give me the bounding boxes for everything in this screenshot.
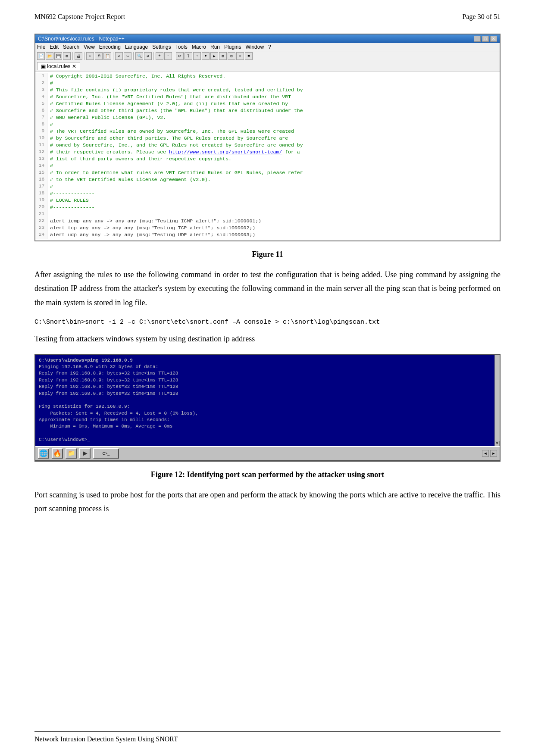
line-content-20: #-------------- [47,204,95,211]
line-content-17: # [47,184,53,191]
line-num-16: 16 [35,177,47,184]
menu-encoding[interactable]: Encoding [99,44,121,50]
line-content-7: # GNU General Public License (GPL), v2. [47,115,166,122]
command-line-1: C:\Snort\bin>snort -i 2 –c C:\snort\etc\… [34,317,501,328]
cmd-scroll-down-btn[interactable]: ▼ [494,441,500,446]
menu-settings[interactable]: Settings [152,44,171,50]
line-content-5: # Certified Rules License Agreement (v 2… [47,101,288,108]
toolbar-save[interactable]: 💾 [54,52,62,60]
menu-help[interactable]: ? [268,44,271,50]
line-content-4: # Sourcefire, Inc. (the "VRT Certified R… [47,94,291,101]
line-num-4: 4 [35,94,47,101]
line-content-2: # [47,80,53,87]
toolbar-sync[interactable]: ⟳ [176,52,184,60]
menu-file[interactable]: File [37,44,45,50]
code-line-10: 10 # by Sourcefire and other third parti… [35,135,500,142]
cmd-output-line-1: Pinging 192.168.0.9 with 32 bytes of dat… [39,364,496,370]
line-content-11: # owned by Sourcefire, Inc., and the GPL… [47,142,303,149]
toolbar-extra1[interactable]: ⊞ [219,52,227,60]
taskbar-cmd-btn[interactable]: C>_ [93,448,119,459]
toolbar-extra2[interactable]: ⊟ [228,52,235,60]
line-num-6: 6 [35,108,47,115]
menu-view[interactable]: View [84,44,95,50]
taskbar-arrow-left[interactable]: ◄ [482,450,489,457]
menu-plugins[interactable]: Plugins [224,44,241,50]
cmd-taskbar: 🌐 🔥 📁 ▶ C>_ ◄ ► [35,446,500,461]
code-line-16: 16 # to the VRT Certified Rules License … [35,177,500,184]
menu-tools[interactable]: Tools [175,44,188,50]
line-num-15: 15 [35,170,47,177]
toolbar-print[interactable]: 🖨 [75,52,82,60]
taskbar-ie-icon[interactable]: 🌐 [38,448,49,459]
cmd-output-stats-rtt-label: Approximate round trip times in milli-se… [39,417,496,423]
minimize-button[interactable]: ─ [474,36,481,42]
taskbar-arrow-right[interactable]: ► [490,450,497,457]
toolbar-saveall[interactable]: ⊞ [63,52,71,60]
toolbar-extra3[interactable]: ≡ [236,52,244,60]
menu-language[interactable]: Language [125,44,148,50]
toolbar-copy[interactable]: ⎘ [95,52,103,60]
cmd-window: C:\Users\windows>ping 192.168.0.9 Pingin… [34,354,501,462]
toolbar-sep2 [84,52,84,60]
toolbar-indent[interactable]: → [193,52,201,60]
code-line-12: 12 # their respective creators. Please s… [35,149,500,156]
page-footer: Network Intrusion Detection System Using… [34,731,501,743]
cmd-cursor-line: C:\Users\windows>_ [39,437,496,443]
line-num-12: 12 [35,149,47,156]
line-num-1: 1 [35,73,47,80]
toolbar-zoom-out[interactable]: - [164,52,172,60]
toolbar-replace[interactable]: ⇄ [144,52,152,60]
close-button[interactable]: ✕ [490,36,497,42]
code-line-7: 7 # GNU General Public License (GPL), v2… [35,115,500,122]
line-num-17: 17 [35,184,47,191]
code-line-5: 5 # Certified Rules License Agreement (v… [35,101,500,108]
tab-close-icon[interactable]: ✕ [72,63,76,69]
taskbar-media-icon[interactable]: ▶ [79,448,91,459]
tab-local-rules[interactable]: ▣ local.rules ✕ [37,62,80,70]
code-line-15: 15 # In order to determine what rules ar… [35,170,500,177]
command-line-2: Testing from attackers windows system by… [34,332,501,346]
line-content-13: # list of third party owners and their r… [47,156,232,163]
line-num-19: 19 [35,197,47,204]
line-num-2: 2 [35,80,47,87]
taskbar-cmd-label: C>_ [103,451,110,456]
toolbar-undo[interactable]: ↩ [115,52,123,60]
line-num-21: 21 [35,211,47,218]
code-line-18: 18 #-------------- [35,191,500,197]
body-paragraph-2: Port scanning is used to probe host for … [34,488,501,516]
toolbar-wrap[interactable]: ⤵ [185,52,192,60]
code-line-6: 6 # Sourcefire and other third parties (… [35,108,500,115]
code-line-13: 13 # list of third party owners and thei… [35,156,500,163]
toolbar-cut[interactable]: ✂ [86,52,94,60]
toolbar-paste[interactable]: 📋 [103,52,111,60]
notepad-window: C:\Snort\rules\local.rules - Notepad++ ─… [34,34,501,241]
cmd-output-stats-packets: Packets: Sent = 4, Received = 4, Lost = … [39,410,496,417]
figure12-caption: Figure 12: Identifying port scan perform… [34,470,501,479]
toolbar-new[interactable]: 📄 [37,52,45,60]
toolbar-sep4 [133,52,134,60]
line-content-9: # The VRT Certified Rules are owned by S… [47,128,294,135]
toolbar-find[interactable]: 🔍 [135,52,143,60]
toolbar-extra4[interactable]: ■ [245,52,253,60]
page-number: Page 30 of 51 [463,13,501,21]
toolbar-redo[interactable]: ↪ [124,52,131,60]
toolbar-macro[interactable]: ● [202,52,210,60]
toolbar-run[interactable]: ▶ [210,52,218,60]
menu-search[interactable]: Search [63,44,79,50]
menu-window[interactable]: Window [245,44,264,50]
code-line-19: 19 # LOCAL RULES [35,197,500,204]
cmd-scrollbar[interactable] [494,355,500,446]
toolbar-open[interactable]: 📂 [46,52,53,60]
cmd-content: C:\Users\windows>ping 192.168.0.9 Pingin… [35,355,500,446]
menu-edit[interactable]: Edit [50,44,59,50]
notepad-content[interactable]: 1 # Copyright 2001-2018 Sourcefire, Inc.… [35,72,500,241]
cmd-output-stats-header: Ping statistics for 192.168.0.9: [39,403,496,410]
menu-run[interactable]: Run [210,44,220,50]
line-num-14: 14 [35,163,47,170]
notepad-titlebar: C:\Snort\rules\local.rules - Notepad++ ─… [35,34,500,43]
taskbar-ie2-icon[interactable]: 🔥 [52,448,63,459]
taskbar-explorer-icon[interactable]: 📁 [66,448,77,459]
menu-macro[interactable]: Macro [192,44,206,50]
restore-button[interactable]: □ [482,36,489,42]
toolbar-zoom-in[interactable]: + [156,52,163,60]
